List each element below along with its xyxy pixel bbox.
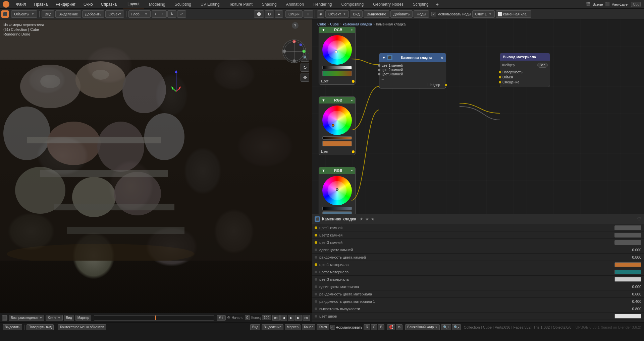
end-frame[interactable]: 100 <box>262 315 271 320</box>
channel-b[interactable]: B <box>378 324 384 330</box>
use-nodes-checkbox[interactable]: ✓ <box>431 12 436 16</box>
kamenaya-node[interactable]: ▼ ⬛ Каменная кладка × цвет1 камней <box>379 53 446 88</box>
star-2[interactable]: ★ <box>365 217 369 221</box>
pause-btn[interactable]: ⏸ <box>304 10 313 18</box>
tab-texture-paint[interactable]: Texture Paint <box>224 0 257 8</box>
prop-row[interactable]: цвет3 материала <box>312 276 644 283</box>
prop-row[interactable]: сдвиг цвета материала0.000 <box>312 283 644 290</box>
menu-help[interactable]: Справка <box>98 1 120 8</box>
prop-color-swatch[interactable] <box>614 240 641 245</box>
select-menu[interactable]: Выделение <box>55 10 81 18</box>
channel-btn-r[interactable]: Канал <box>302 324 315 330</box>
next-frame-btn[interactable]: ▶ <box>295 315 302 321</box>
add-menu[interactable]: Добавить <box>82 10 105 18</box>
viewport-options-selector[interactable]: Ближайший кадр▼ <box>405 324 440 330</box>
tab-animation[interactable]: Animation <box>281 0 309 8</box>
color-wheel-3[interactable] <box>322 176 352 205</box>
menu-file[interactable]: Файл <box>13 1 30 8</box>
tab-sculpting[interactable]: Sculpting <box>170 0 196 8</box>
prev-frame-btn[interactable]: ◀ <box>280 315 287 321</box>
rotate-tool[interactable]: ↻ <box>167 10 176 18</box>
menu-window[interactable]: Окно <box>80 1 96 8</box>
add-workspace-tab[interactable]: + <box>433 0 441 8</box>
tab-scripting[interactable]: Scripting <box>408 0 433 8</box>
color-wheel-1[interactable] <box>322 35 352 65</box>
close-prop-btn[interactable]: ♡ <box>637 216 641 222</box>
node-view-btn[interactable]: Вид <box>350 10 363 18</box>
start-frame[interactable]: 0 <box>245 315 250 320</box>
star-1[interactable]: ★ <box>360 217 363 221</box>
tab-rendering[interactable]: Rendering <box>309 0 336 8</box>
breadcrumb-cube1[interactable]: Cube <box>317 22 326 26</box>
play-btn[interactable]: ▶ <box>288 315 294 321</box>
keying-btn[interactable]: Кеинг▼ <box>46 315 62 321</box>
object-menu[interactable]: Объект <box>105 10 124 18</box>
viewport-menu-icon[interactable]: ⬛ <box>2 315 7 321</box>
color-picker-dot-3[interactable] <box>336 188 338 191</box>
context-menu-btn[interactable]: Контекстное меню объектов <box>58 324 106 330</box>
view-menu[interactable]: Вид <box>42 10 54 18</box>
prop-color-swatch[interactable] <box>614 277 641 282</box>
solid-shading[interactable]: ⬤ <box>254 10 264 18</box>
brightness-strip-2[interactable] <box>322 136 352 140</box>
prop-row[interactable]: рандомность цвета материала0.600 <box>312 290 644 298</box>
global-transform[interactable]: Глоб...▼ <box>128 10 151 18</box>
viewport-marker-btn[interactable]: Маркер <box>75 315 91 321</box>
material-selector[interactable]: ⬜ каменная кла... <box>496 10 531 18</box>
prop-row[interactable]: рандомность цвета материала 10.400 <box>312 298 644 305</box>
material-shading[interactable]: ◐ <box>265 10 274 18</box>
output-node[interactable]: Вывод материала Шейдер Все Поверхность <box>500 53 550 87</box>
channel-r[interactable]: R <box>364 324 370 330</box>
prop-color-swatch[interactable] <box>614 314 641 319</box>
prop-row[interactable]: глянец0.300 <box>312 320 644 322</box>
help-icon[interactable]: ? <box>292 22 299 29</box>
prop-color-swatch[interactable] <box>614 270 641 274</box>
node-add-btn[interactable]: Добавить <box>390 10 413 18</box>
prop-row[interactable]: цвет1 материала <box>312 261 644 268</box>
prop-row[interactable]: цвет2 камней <box>312 231 644 239</box>
node-nodes-btn[interactable]: Ноды <box>414 10 429 18</box>
prop-color-swatch[interactable] <box>614 225 641 230</box>
prop-row[interactable]: рандомность цвета камней0.800 <box>312 254 644 261</box>
skip-end-btn[interactable]: ⏭ <box>303 315 310 321</box>
color-picker-dot-2[interactable] <box>332 124 334 127</box>
zoom-in-r[interactable]: 🔍+ <box>441 324 451 330</box>
prop-row[interactable]: высветлить выпуклости0.800 <box>312 305 644 313</box>
channel-g[interactable]: G <box>371 324 378 330</box>
key-btn-r[interactable]: Ключ <box>317 324 329 330</box>
prop-row[interactable]: цвет1 камней <box>312 224 644 231</box>
skip-start-btn[interactable]: ⏮ <box>272 315 280 321</box>
playback-btn[interactable]: Воспроизведение▼ <box>9 315 44 321</box>
tab-modeling[interactable]: Modeling <box>144 0 170 8</box>
prop-row[interactable]: цвет швов <box>312 313 644 320</box>
brightness-strip-3[interactable] <box>322 207 352 210</box>
viewport-3d[interactable]: Из камеры перспектива (51) Collection | … <box>0 19 312 322</box>
proportional-icon[interactable]: ⊙ <box>396 324 402 330</box>
node-select-btn[interactable]: Выделение <box>364 10 389 18</box>
scale-tool[interactable]: ⤢ <box>177 10 186 18</box>
tab-layout[interactable]: Layout <box>123 0 144 8</box>
prop-row[interactable]: цвет2 материала <box>312 268 644 276</box>
rotate-view-btn[interactable]: Повернуть вид <box>26 324 54 330</box>
viewlayer-name[interactable]: ViewLayer <box>612 2 629 6</box>
zoom-out-r[interactable]: 🔍- <box>452 324 461 330</box>
tab-shading[interactable]: Shading <box>257 0 281 8</box>
marker-btn-r[interactable]: Маркер <box>285 324 301 330</box>
tab-geometry-nodes[interactable]: Geometry Nodes <box>368 0 408 8</box>
node-object-btn[interactable]: Объект▼ <box>325 10 349 18</box>
viewport-move-tool[interactable]: ✥ <box>301 73 309 82</box>
select-all-btn[interactable]: Выделить <box>3 324 22 330</box>
brightness-strip-1[interactable] <box>322 66 352 69</box>
menu-edit[interactable]: Правка <box>31 1 51 8</box>
frame-number[interactable]: 51 <box>217 315 225 321</box>
prop-color-swatch[interactable] <box>614 262 641 267</box>
breadcrumb-cube2[interactable]: Cube <box>330 22 339 26</box>
rgb-node-2[interactable]: ▼ RGB • Цвет <box>319 96 356 155</box>
scene-name[interactable]: Scene <box>593 2 603 6</box>
view-btn-r[interactable]: Вид <box>250 324 260 330</box>
snap-icon[interactable]: 🧲 <box>387 324 395 330</box>
menu-render[interactable]: Рендеринг <box>52 1 79 8</box>
options-btn[interactable]: Опции <box>285 10 303 18</box>
node-editor[interactable]: ▼ RGB • <box>312 19 644 214</box>
viewport-view-btn[interactable]: Вид <box>64 315 74 321</box>
